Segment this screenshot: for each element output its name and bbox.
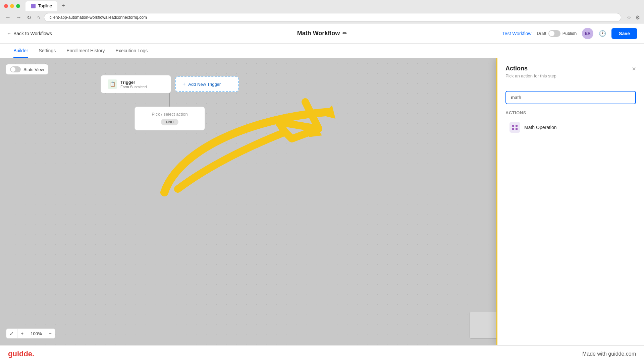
tab-execution-logs[interactable]: Execution Logs (116, 44, 148, 58)
guidde-logo: guidde. (8, 350, 34, 358)
maximize-dot[interactable] (16, 4, 20, 8)
home-button[interactable]: ⌂ (35, 13, 41, 22)
stats-toggle-switch[interactable] (10, 66, 21, 72)
connector-line-1 (169, 93, 170, 107)
toggle-thumb (549, 31, 554, 36)
minimize-dot[interactable] (10, 4, 14, 8)
trigger-icon: 📋 (108, 79, 117, 89)
actions-panel-body: Actions Math Operation (497, 84, 644, 143)
draft-toggle-switch[interactable] (548, 30, 560, 37)
trigger-sublabel: Form Submitted (120, 85, 147, 89)
footer-credit: Made with guidde.com (582, 351, 636, 357)
actions-panel-header: Actions Pick an action for this step × (497, 58, 644, 84)
actions-panel-title-group: Actions Pick an action for this step (505, 65, 556, 78)
tab-favicon (31, 4, 36, 8)
clock-icon[interactable]: 🕐 (599, 30, 606, 37)
tab-enrollment-history[interactable]: Enrollment History (66, 44, 105, 58)
action-placeholder-text: Pick / select action (152, 112, 188, 117)
tab-builder[interactable]: Builder (13, 44, 28, 58)
stats-view-label: Stats View (23, 67, 44, 72)
svg-marker-1 (322, 105, 335, 119)
footer: guidde. Made with guidde.com (0, 345, 644, 362)
settings-icon[interactable]: ⚙ (635, 14, 640, 21)
refresh-button[interactable]: ↻ (25, 13, 33, 22)
svg-rect-5 (516, 128, 518, 130)
nav-tabs: Builder Settings Enrollment History Exec… (0, 44, 644, 58)
add-trigger-label: Add New Trigger (188, 82, 221, 87)
tab-title: Topline (38, 3, 52, 8)
actions-panel-close-button[interactable]: × (632, 65, 636, 73)
stats-view-toggle[interactable]: Stats View (6, 64, 48, 74)
fit-zoom-button[interactable]: ⤢ (6, 329, 17, 338)
browser-nav-icons: ☆ ⚙ (627, 14, 640, 21)
back-button[interactable]: ← (4, 13, 12, 22)
zoom-level-display: 100% (27, 329, 45, 338)
add-trigger-plus-icon: + (182, 81, 185, 87)
zoom-in-button[interactable]: + (17, 329, 27, 338)
workflow-nodes: 📋 Trigger Form Submitted + Add New Trigg… (101, 75, 239, 130)
browser-chrome: Topline + ← → ↻ ⌂ client-app-automation-… (0, 0, 644, 23)
canvas-area[interactable]: Stats View 📋 Trigger Form Submitted + Ad… (0, 58, 644, 345)
workflow-title-text: Math Workflow (297, 30, 340, 37)
add-trigger-button[interactable]: + Add New Trigger (175, 76, 239, 92)
app-header: ← Back to Workflows Math Workflow ✏ Test… (0, 23, 644, 44)
trigger-text: Trigger Form Submitted (120, 80, 147, 89)
save-button[interactable]: Save (611, 28, 637, 39)
back-to-workflows-label: Back to Workflows (13, 31, 52, 36)
zoom-out-button[interactable]: − (45, 329, 55, 338)
action-node[interactable]: Pick / select action END (135, 107, 205, 130)
browser-dots (4, 4, 20, 8)
svg-rect-3 (516, 125, 518, 127)
forward-button[interactable]: → (15, 13, 23, 22)
browser-nav: ← → ↻ ⌂ client-app-automation-workflows.… (0, 12, 644, 23)
actions-section-label: Actions (505, 110, 636, 115)
actions-panel-title: Actions (505, 65, 556, 72)
action-search-input[interactable] (505, 91, 636, 104)
user-avatar[interactable]: ER (582, 28, 593, 39)
close-dot[interactable] (4, 4, 8, 8)
bookmark-icon[interactable]: ☆ (627, 14, 631, 21)
test-workflow-button[interactable]: Test Workflow (502, 31, 532, 36)
tab-settings[interactable]: Settings (39, 44, 56, 58)
trigger-label: Trigger (120, 80, 147, 85)
back-arrow-icon: ← (7, 31, 11, 36)
workflow-title-container: Math Workflow ✏ (297, 30, 347, 37)
publish-label: Publish (562, 31, 577, 36)
browser-titlebar: Topline + (0, 0, 644, 12)
draft-toggle: Draft Publish (537, 30, 577, 37)
stats-toggle-thumb (11, 67, 15, 72)
trigger-node[interactable]: 📋 Trigger Form Submitted (101, 75, 171, 93)
actions-panel-subtitle: Pick an action for this step (505, 73, 556, 78)
header-right: Test Workflow Draft Publish ER 🕐 Save (502, 28, 637, 39)
svg-marker-0 (309, 125, 322, 137)
end-badge: END (161, 119, 178, 125)
trigger-row: 📋 Trigger Form Submitted + Add New Trigg… (101, 75, 239, 93)
math-operation-label: Math Operation (524, 125, 557, 130)
back-to-workflows-button[interactable]: ← Back to Workflows (7, 31, 52, 36)
address-bar[interactable]: client-app-automation-workflows.leadconn… (44, 13, 621, 22)
actions-panel: Actions Pick an action for this step × A… (496, 58, 644, 345)
svg-rect-4 (512, 128, 514, 130)
svg-rect-2 (512, 125, 514, 127)
zoom-controls: ⤢ + 100% − (6, 328, 55, 339)
address-text: client-app-automation-workflows.leadconn… (50, 15, 147, 20)
edit-title-icon[interactable]: ✏ (342, 30, 347, 37)
new-tab-button[interactable]: + (61, 2, 65, 9)
math-operation-action-item[interactable]: Math Operation (505, 119, 636, 136)
browser-tab[interactable]: Topline (25, 1, 57, 11)
draft-label: Draft (537, 31, 546, 36)
math-operation-icon (509, 122, 520, 133)
